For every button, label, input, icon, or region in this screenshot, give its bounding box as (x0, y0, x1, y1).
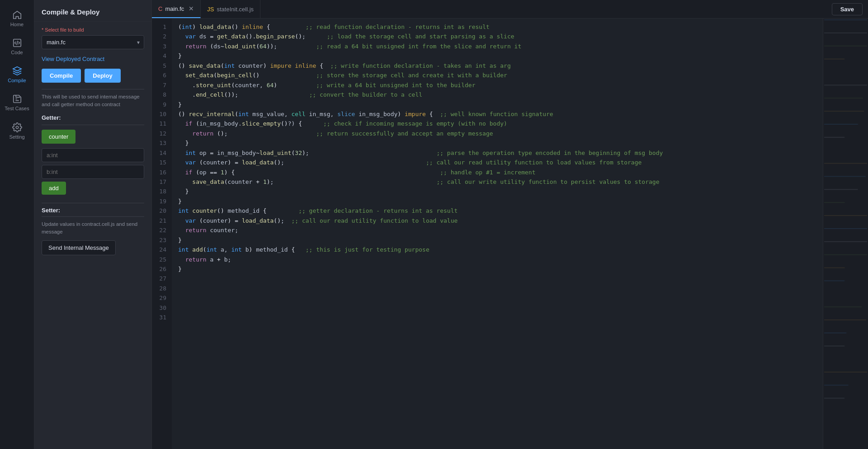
tab-main-fc[interactable]: C main.fc ✕ (152, 0, 201, 18)
code-line: } (178, 235, 814, 245)
main-editor: C main.fc ✕ JS stateInit.cell.js Save 12… (152, 0, 868, 449)
sidebar-divider-2 (42, 203, 144, 203)
line-number: 17 (156, 177, 166, 187)
line-number: 15 (156, 158, 166, 167)
view-deployed-contract-link[interactable]: View Deployed Contract (42, 56, 144, 62)
tab-main-fc-close-icon[interactable]: ✕ (189, 5, 194, 12)
sidebar-item-code[interactable]: Code (0, 33, 34, 61)
nav-setting-label: Setting (9, 134, 24, 140)
line-number: 23 (156, 235, 166, 245)
line-number: 6 (156, 70, 166, 80)
code-line: return (); ;; return successfully and ac… (178, 129, 814, 138)
code-line: } (178, 100, 814, 109)
deploy-button[interactable]: Deploy (85, 69, 120, 83)
code-line: () recv_internal(int msg_value, cell in_… (178, 109, 814, 119)
compile-sidebar: Compile & Deploy * Select file to build … (34, 0, 152, 449)
sidebar-item-compile[interactable]: Compile (0, 61, 34, 89)
sidebar-title: Compile & Deploy (34, 0, 151, 22)
setter-divider (42, 216, 144, 217)
code-line: var ds = get_data().begin_parse(); ;; lo… (178, 32, 814, 41)
save-button[interactable]: Save (832, 3, 863, 15)
getter-section-label: Getter: (42, 114, 144, 121)
minimap (823, 19, 868, 449)
line-number: 20 (156, 206, 166, 215)
tabs-bar: C main.fc ✕ JS stateInit.cell.js Save (152, 0, 868, 19)
minimap-canvas (823, 19, 868, 449)
sidebar-item-home[interactable]: Home (0, 5, 34, 33)
code-line: () save_data(int counter) impure inline … (178, 61, 814, 70)
svg-point-1 (16, 126, 19, 129)
line-number: 31 (156, 313, 166, 322)
input-b-field[interactable] (42, 165, 144, 179)
code-line: var (counter) = load_data(); ;; call our… (178, 158, 814, 167)
file-select-wrapper: main.fc ▾ (42, 35, 144, 49)
tab-main-fc-label: main.fc (165, 5, 184, 12)
line-number: 21 (156, 216, 166, 225)
left-navigation: Home Code Compile Test Cases Setting (0, 0, 34, 449)
send-internal-message-button[interactable]: Send Internal Message (42, 240, 116, 255)
line-number: 5 (156, 61, 166, 70)
sidebar-item-setting[interactable]: Setting (0, 117, 34, 145)
line-number: 10 (156, 109, 166, 119)
code-line: .store_uint(counter, 64) ;; write a 64 b… (178, 80, 814, 90)
counter-getter-button[interactable]: counter (42, 130, 75, 144)
code-line: (int) load_data() inline { ;; read funct… (178, 22, 814, 32)
setter-info-text: Update values in contract.cell.js and se… (42, 220, 144, 236)
line-number: 16 (156, 168, 166, 177)
setter-section-label: Setter: (42, 207, 144, 214)
tabs-list: C main.fc ✕ JS stateInit.cell.js (152, 0, 260, 18)
line-number: 28 (156, 284, 166, 293)
code-content[interactable]: (int) load_data() inline { ;; read funct… (172, 19, 823, 449)
nav-test-cases-label: Test Cases (5, 106, 29, 112)
file-select-label: * Select file to build (42, 27, 144, 33)
line-number: 26 (156, 264, 166, 274)
line-number: 19 (156, 196, 166, 206)
input-a-field[interactable] (42, 148, 144, 162)
compile-button[interactable]: Compile (42, 69, 81, 83)
tab-state-init[interactable]: JS stateInit.cell.js (201, 0, 260, 18)
sidebar-item-test-cases[interactable]: Test Cases (0, 89, 34, 117)
code-editor-area[interactable]: 1234567891011121314151617181920212223242… (152, 19, 868, 449)
line-number: 29 (156, 293, 166, 303)
line-number: 18 (156, 187, 166, 196)
line-number: 4 (156, 51, 166, 61)
line-number: 30 (156, 303, 166, 313)
code-line: return (ds~load_uint(64)); ;; read a 64 … (178, 42, 814, 51)
code-line: if (in_msg_body.slice_empty()?) { ;; che… (178, 119, 814, 128)
nav-code-label: Code (11, 50, 23, 55)
line-number: 9 (156, 100, 166, 109)
sidebar-divider-1 (42, 89, 144, 89)
code-line: return counter; (178, 225, 814, 235)
js-file-icon: JS (207, 6, 214, 13)
getter-divider (42, 125, 144, 125)
tab-state-init-label: stateInit.cell.js (217, 6, 254, 13)
code-line: } (178, 187, 814, 196)
code-line: int counter() method_id { ;; getter decl… (178, 206, 814, 215)
nav-home-label: Home (10, 22, 24, 27)
code-line: .end_cell()); ;; convert the builder to … (178, 90, 814, 99)
code-line: set_data(begin_cell() ;; store the stora… (178, 70, 814, 80)
line-number: 24 (156, 245, 166, 254)
line-number: 3 (156, 42, 166, 51)
code-line: } (178, 138, 814, 148)
line-number: 22 (156, 225, 166, 235)
compile-deploy-actions: Compile Deploy (42, 69, 144, 83)
line-number: 27 (156, 274, 166, 283)
code-line: return a + b; (178, 255, 814, 264)
line-number: 7 (156, 80, 166, 90)
code-line: save_data(counter + 1); ;; call our writ… (178, 177, 814, 187)
line-number: 13 (156, 138, 166, 148)
code-line: } (178, 51, 814, 61)
line-number: 11 (156, 119, 166, 128)
file-select[interactable]: main.fc (42, 35, 144, 49)
line-numbers: 1234567891011121314151617181920212223242… (152, 19, 172, 449)
code-line: int add(int a, int b) method_id { ;; thi… (178, 245, 814, 254)
add-button[interactable]: add (42, 182, 66, 195)
c-file-icon: C (158, 5, 162, 12)
sidebar-info-text: This will be used to send internal messa… (42, 93, 144, 109)
line-number: 14 (156, 148, 166, 158)
line-number: 2 (156, 32, 166, 41)
line-number: 8 (156, 90, 166, 99)
code-line: } (178, 196, 814, 206)
code-line: if (op == 1) { ;; handle op #1 = increme… (178, 168, 814, 177)
